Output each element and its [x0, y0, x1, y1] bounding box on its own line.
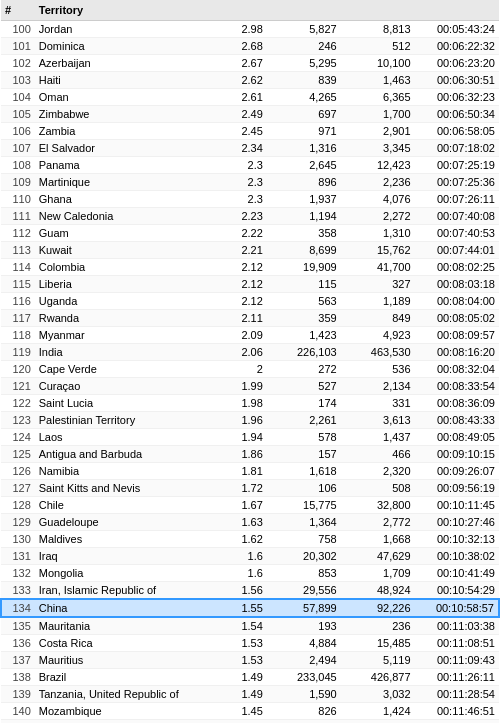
table-row: 128Chile1.6715,77532,80000:10:11:45 — [1, 497, 499, 514]
row-v3: 1,709 — [341, 565, 415, 582]
row-num: 125 — [1, 446, 35, 463]
table-row: 127Saint Kitts and Nevis1.7210650800:09:… — [1, 480, 499, 497]
row-num: 116 — [1, 293, 35, 310]
row-num: 120 — [1, 361, 35, 378]
row-v1: 1.54 — [214, 617, 267, 635]
row-v3: 47,629 — [341, 548, 415, 565]
row-v3: 3,613 — [341, 412, 415, 429]
row-num: 121 — [1, 378, 35, 395]
row-v4: 00:10:54:29 — [415, 582, 499, 600]
row-territory: Azerbaijan — [35, 55, 214, 72]
row-v4: 00:10:27:46 — [415, 514, 499, 531]
row-v1: 1.49 — [214, 686, 267, 703]
row-v1: 1.45 — [214, 703, 267, 720]
row-v1: 2.45 — [214, 123, 267, 140]
row-v3: 41,700 — [341, 259, 415, 276]
row-territory: Mongolia — [35, 565, 214, 582]
row-territory: Costa Rica — [35, 635, 214, 652]
row-v2: 29,556 — [267, 582, 341, 600]
row-territory: Liberia — [35, 276, 214, 293]
row-v3: 2,236 — [341, 174, 415, 191]
row-v3: 10,100 — [341, 55, 415, 72]
row-v3: 331 — [341, 395, 415, 412]
row-num: 108 — [1, 157, 35, 174]
table-row: 126Namibia1.811,6182,32000:09:26:07 — [1, 463, 499, 480]
table-row: 123Palestinian Territory1.962,2613,61300… — [1, 412, 499, 429]
row-num: 106 — [1, 123, 35, 140]
row-v4: 00:08:05:02 — [415, 310, 499, 327]
row-v2: 527 — [267, 378, 341, 395]
row-v1: 2.09 — [214, 327, 267, 344]
row-v1: 2.11 — [214, 310, 267, 327]
row-v2: 1,423 — [267, 327, 341, 344]
table-row: 119India2.06226,103463,53000:08:16:20 — [1, 344, 499, 361]
row-num: 139 — [1, 686, 35, 703]
row-num: 124 — [1, 429, 35, 446]
row-v3: 1,437 — [341, 429, 415, 446]
row-v2: 697 — [267, 106, 341, 123]
table-row: 129Guadeloupe1.631,3642,77200:10:27:46 — [1, 514, 499, 531]
row-v1: 1.56 — [214, 582, 267, 600]
table-row: 121Curaçao1.995272,13400:08:33:54 — [1, 378, 499, 395]
row-v2: 1,364 — [267, 514, 341, 531]
row-v2: 57,899 — [267, 599, 341, 617]
row-v2: 826 — [267, 703, 341, 720]
row-v3: 1,424 — [341, 703, 415, 720]
table-row: 140Mozambique1.458261,42400:11:46:51 — [1, 703, 499, 720]
row-v3: 236 — [341, 617, 415, 635]
row-v1: 2.3 — [214, 157, 267, 174]
row-v4: 00:06:58:05 — [415, 123, 499, 140]
row-v2: 8,699 — [267, 242, 341, 259]
row-v4: 00:07:18:02 — [415, 140, 499, 157]
row-territory: Zimbabwe — [35, 106, 214, 123]
row-num: 122 — [1, 395, 35, 412]
row-territory: Martinique — [35, 174, 214, 191]
row-territory: Rwanda — [35, 310, 214, 327]
row-v1: 2.12 — [214, 259, 267, 276]
table-row: 102Azerbaijan2.675,29510,10000:06:23:20 — [1, 55, 499, 72]
table-row: 109Martinique2.38962,23600:07:25:36 — [1, 174, 499, 191]
row-territory: Tanzania, United Republic of — [35, 686, 214, 703]
row-v2: 5,295 — [267, 55, 341, 72]
row-v1: 2.3 — [214, 174, 267, 191]
row-v1: 1.53 — [214, 652, 267, 669]
row-v3: 15,485 — [341, 635, 415, 652]
row-num: 118 — [1, 327, 35, 344]
row-v3: 1,310 — [341, 225, 415, 242]
row-v4: 00:06:50:34 — [415, 106, 499, 123]
row-territory: Guam — [35, 225, 214, 242]
row-v2: 174 — [267, 395, 341, 412]
row-num: 126 — [1, 463, 35, 480]
row-territory: Myanmar — [35, 327, 214, 344]
row-v3: 1,189 — [341, 293, 415, 310]
row-v1: 1.94 — [214, 429, 267, 446]
row-v4: 00:07:25:36 — [415, 174, 499, 191]
table-row: 113Kuwait2.218,69915,76200:07:44:01 — [1, 242, 499, 259]
header-num: # — [1, 0, 35, 21]
row-v3: 1,700 — [341, 106, 415, 123]
table-row: 139Tanzania, United Republic of1.491,590… — [1, 686, 499, 703]
row-v4: 00:08:32:04 — [415, 361, 499, 378]
row-v4: 00:06:23:20 — [415, 55, 499, 72]
header-territory: Territory — [35, 0, 214, 21]
table-row: 141Peru1.4110,64923,09300:12:08:09 — [1, 720, 499, 724]
row-territory: Jordan — [35, 21, 214, 38]
row-v4: 00:10:11:45 — [415, 497, 499, 514]
row-territory: Oman — [35, 89, 214, 106]
row-v2: 2,494 — [267, 652, 341, 669]
row-v2: 359 — [267, 310, 341, 327]
table-row: 114Colombia2.1219,90941,70000:08:02:25 — [1, 259, 499, 276]
header-v4 — [415, 0, 499, 21]
row-territory: Curaçao — [35, 378, 214, 395]
row-v3: 5,119 — [341, 652, 415, 669]
row-v3: 327 — [341, 276, 415, 293]
row-v1: 2.06 — [214, 344, 267, 361]
row-v2: 233,045 — [267, 669, 341, 686]
row-v1: 2.49 — [214, 106, 267, 123]
row-v1: 2.3 — [214, 191, 267, 208]
row-territory: Namibia — [35, 463, 214, 480]
row-v1: 1.81 — [214, 463, 267, 480]
row-v2: 1,590 — [267, 686, 341, 703]
row-v4: 00:07:40:53 — [415, 225, 499, 242]
table-row: 104Oman2.614,2656,36500:06:32:23 — [1, 89, 499, 106]
